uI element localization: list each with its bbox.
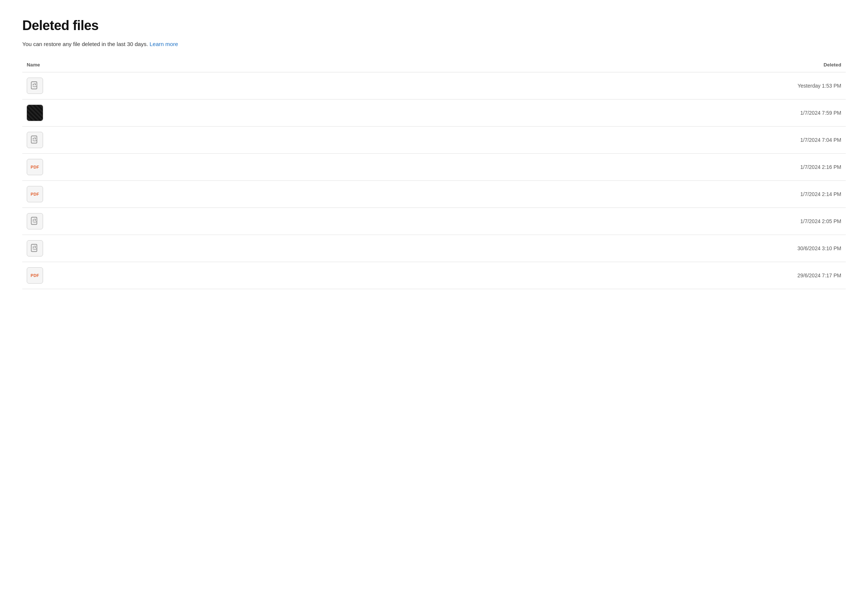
pdf-label: PDF xyxy=(31,192,39,196)
svg-point-13 xyxy=(33,247,34,248)
deleted-date: 29/6/2024 7:17 PM xyxy=(323,262,846,289)
col-header-deleted: Deleted xyxy=(323,59,846,72)
svg-point-6 xyxy=(34,138,36,139)
file-icon xyxy=(27,213,43,229)
svg-rect-0 xyxy=(31,82,37,89)
svg-rect-12 xyxy=(31,244,37,252)
generic-file-svg xyxy=(30,81,40,91)
svg-rect-4 xyxy=(31,136,37,143)
table-row[interactable]: PDF1/7/2024 2:16 PM xyxy=(22,154,846,181)
pdf-label: PDF xyxy=(31,165,39,169)
table-row[interactable]: 30/6/2024 3:10 PM xyxy=(22,235,846,262)
file-icon xyxy=(27,240,43,256)
table-row[interactable]: Yesterday 1:53 PM xyxy=(22,72,846,99)
table-row[interactable]: PDF29/6/2024 7:17 PM xyxy=(22,262,846,289)
svg-point-1 xyxy=(33,84,34,85)
file-icon: PDF xyxy=(27,267,43,284)
deleted-date: 1/7/2024 2:14 PM xyxy=(323,181,846,208)
svg-point-2 xyxy=(34,84,36,85)
table-row[interactable]: 1/7/2024 7:04 PM xyxy=(22,127,846,154)
col-header-name: Name xyxy=(22,59,323,72)
svg-point-9 xyxy=(33,219,34,220)
pdf-label: PDF xyxy=(31,273,39,278)
deleted-date: Yesterday 1:53 PM xyxy=(323,72,846,99)
svg-point-5 xyxy=(33,138,34,139)
svg-rect-15 xyxy=(34,246,36,247)
file-icon xyxy=(27,105,43,121)
deleted-date: 1/7/2024 7:04 PM xyxy=(323,127,846,154)
subtitle-text: You can restore any file deleted in the … xyxy=(22,41,846,47)
page-title: Deleted files xyxy=(22,18,846,33)
generic-file-svg xyxy=(30,216,40,226)
svg-rect-3 xyxy=(34,84,36,84)
file-icon: PDF xyxy=(27,186,43,202)
table-row[interactable]: 1/7/2024 2:05 PM xyxy=(22,208,846,235)
deleted-files-table: Name Deleted Yesterday 1:53 PM1/7/2024 7… xyxy=(22,59,846,289)
deleted-date: 30/6/2024 3:10 PM xyxy=(323,235,846,262)
table-row[interactable]: 1/7/2024 7:59 PM xyxy=(22,99,846,127)
svg-point-10 xyxy=(34,219,36,220)
svg-rect-8 xyxy=(31,217,37,225)
deleted-date: 1/7/2024 2:16 PM xyxy=(323,154,846,181)
file-icon xyxy=(27,132,43,148)
svg-rect-11 xyxy=(34,219,36,219)
deleted-date: 1/7/2024 2:05 PM xyxy=(323,208,846,235)
deleted-date: 1/7/2024 7:59 PM xyxy=(323,99,846,127)
file-icon: PDF xyxy=(27,159,43,175)
file-icon xyxy=(27,78,43,94)
generic-file-svg xyxy=(30,243,40,253)
generic-file-svg xyxy=(30,135,40,145)
subtitle-static: You can restore any file deleted in the … xyxy=(22,41,148,47)
table-row[interactable]: PDF1/7/2024 2:14 PM xyxy=(22,181,846,208)
learn-more-link[interactable]: Learn more xyxy=(150,41,178,47)
svg-point-14 xyxy=(34,247,36,248)
svg-rect-7 xyxy=(34,138,36,138)
